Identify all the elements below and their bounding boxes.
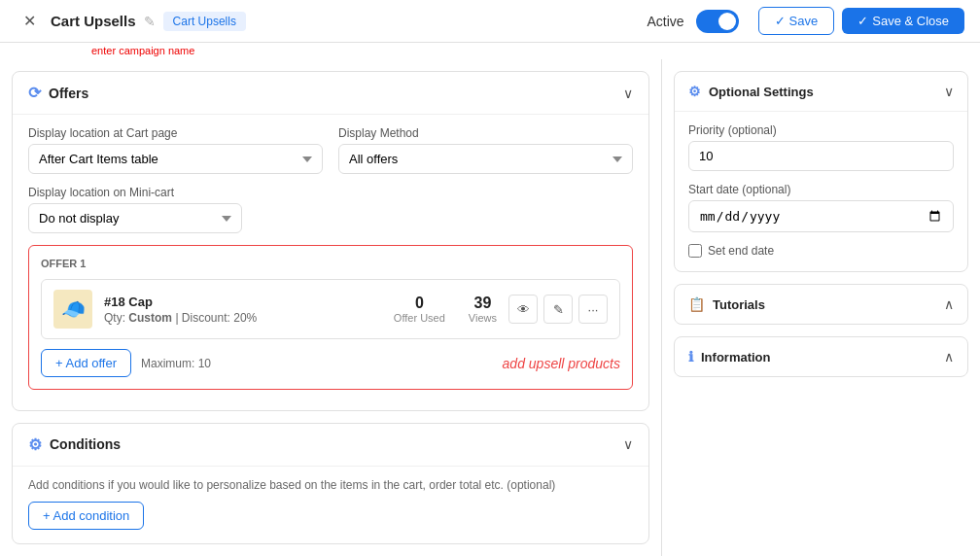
end-date-label: Set end date — [708, 244, 774, 258]
qty-label: Qty: — [104, 311, 125, 325]
offers-title-text: Offers — [49, 86, 88, 101]
end-date-row: Set end date — [688, 244, 954, 258]
tutorials-title: 📋 Tutorials — [688, 296, 765, 312]
optional-settings-chevron — [944, 84, 954, 99]
save-close-icon: ✓ — [858, 14, 868, 28]
tutorials-chevron — [944, 296, 954, 312]
offers-section-header[interactable]: ⟳ Offers — [13, 72, 648, 114]
discount-label: Discount: — [182, 311, 230, 325]
active-toggle[interactable] — [696, 10, 739, 33]
mini-cart-group: Display location on Mini-cart Do not dis… — [28, 186, 633, 233]
optional-settings-title: ⚙ Optional Settings — [688, 84, 814, 99]
optional-settings-header[interactable]: ⚙ Optional Settings — [675, 72, 967, 111]
offer-used-stat: 0 Offer Used — [394, 295, 445, 324]
information-chevron — [944, 349, 954, 365]
qty-value: Custom — [128, 311, 172, 325]
view-offer-button[interactable]: 👁 — [508, 295, 538, 324]
save-check-icon: ✓ — [775, 14, 786, 28]
information-label: Information — [701, 350, 771, 365]
conditions-description: Add conditions if you would like to pers… — [28, 478, 633, 492]
edit-offer-button[interactable]: ✎ — [543, 295, 573, 324]
offer-meta: Qty: Custom | Discount: 20% — [104, 311, 382, 325]
display-location-group: Display location at Cart page After Cart… — [28, 126, 323, 174]
offer-thumbnail: 🧢 — [53, 290, 92, 329]
offer-item: 🧢 #18 Cap Qty: Custom | Discount: 20% — [41, 279, 620, 339]
tutorials-icon: 📋 — [688, 296, 705, 312]
offer-footer-left: + Add offer Maximum: 10 — [41, 349, 211, 377]
toggle-slider — [696, 10, 739, 33]
save-close-label: Save & Close — [872, 14, 949, 28]
priority-label: Priority (optional) — [688, 123, 954, 137]
right-panel: ⚙ Optional Settings Priority (optional) … — [661, 59, 980, 556]
optional-settings-body: Priority (optional) Start date (optional… — [675, 111, 967, 271]
priority-group: Priority (optional) — [688, 123, 954, 171]
upsell-hint: add upsell products — [503, 356, 620, 371]
offers-icon: ⟳ — [28, 84, 41, 102]
display-method-label: Display Method — [338, 126, 633, 140]
conditions-section: ⚙ Conditions Add conditions if you would… — [12, 423, 649, 544]
display-location-label: Display location at Cart page — [28, 126, 323, 140]
add-offer-button[interactable]: + Add offer — [41, 349, 131, 377]
offer-label: OFFER 1 — [41, 258, 620, 269]
conditions-icon: ⚙ — [28, 435, 42, 454]
header-title: Cart Upsells — [51, 13, 136, 29]
campaign-badge[interactable]: Cart Upsells — [163, 12, 246, 31]
offer-used-label: Offer Used — [394, 312, 445, 324]
display-method-group: Display Method All offers — [338, 126, 633, 174]
views-label: Views — [469, 312, 497, 324]
edit-icon[interactable]: ✎ — [144, 14, 156, 29]
tutorials-section: 📋 Tutorials — [674, 284, 968, 325]
add-condition-button[interactable]: + Add condition — [28, 502, 144, 530]
start-date-label: Start date (optional) — [688, 183, 954, 196]
discount-value: 20% — [233, 311, 257, 325]
offer-name: #18 Cap — [104, 295, 382, 309]
tutorials-label: Tutorials — [713, 297, 765, 312]
mini-cart-row: Display location on Mini-cart Do not dis… — [28, 186, 633, 233]
conditions-title-text: Conditions — [50, 436, 121, 452]
information-header[interactable]: ℹ Information — [675, 337, 967, 376]
app-header: ✕ Cart Upsells ✎ Cart Upsells Active ✓ S… — [0, 0, 980, 43]
start-date-input[interactable] — [688, 200, 954, 232]
active-label: Active — [647, 14, 683, 29]
offer-stats: 0 Offer Used 39 Views — [394, 295, 497, 324]
optional-settings-label: Optional Settings — [709, 85, 814, 99]
save-label: Save — [789, 14, 819, 28]
conditions-body: Add conditions if you would like to pers… — [13, 466, 648, 544]
priority-input[interactable] — [688, 141, 954, 171]
offer-box: OFFER 1 🧢 #18 Cap Qty: Custom | Discount… — [28, 245, 633, 390]
views-value: 39 — [469, 295, 497, 312]
save-close-button[interactable]: ✓ Save & Close — [842, 8, 964, 34]
conditions-section-header[interactable]: ⚙ Conditions — [13, 424, 648, 466]
display-location-row: Display location at Cart page After Cart… — [28, 126, 633, 174]
close-button[interactable]: ✕ — [16, 8, 43, 35]
display-method-select[interactable]: All offers — [338, 144, 633, 174]
offer-actions: 👁 ✎ ··· — [508, 295, 608, 324]
conditions-chevron — [623, 436, 633, 452]
offers-body: Display location at Cart page After Cart… — [13, 114, 648, 411]
offer-info: #18 Cap Qty: Custom | Discount: 20% — [104, 295, 382, 325]
offer-used-value: 0 — [394, 295, 445, 312]
left-panel: ⟳ Offers Display location at Cart page A… — [0, 59, 661, 556]
information-title: ℹ Information — [688, 349, 771, 365]
conditions-title: ⚙ Conditions — [28, 435, 121, 454]
offers-chevron — [623, 86, 633, 101]
start-date-group: Start date (optional) — [688, 183, 954, 232]
save-button[interactable]: ✓ Save — [758, 7, 835, 35]
information-section: ℹ Information — [674, 336, 968, 377]
campaign-name-hint: enter campaign name — [91, 45, 194, 56]
main-content: ⟳ Offers Display location at Cart page A… — [0, 59, 980, 556]
views-stat: 39 Views — [469, 295, 497, 324]
mini-cart-label: Display location on Mini-cart — [28, 186, 633, 199]
optional-settings-section: ⚙ Optional Settings Priority (optional) … — [674, 71, 968, 272]
tutorials-header[interactable]: 📋 Tutorials — [675, 285, 967, 324]
max-label: Maximum: 10 — [141, 357, 211, 370]
more-offer-button[interactable]: ··· — [578, 295, 608, 324]
end-date-checkbox[interactable] — [688, 244, 702, 258]
offer-footer: + Add offer Maximum: 10 add upsell produ… — [41, 349, 620, 377]
mini-cart-select[interactable]: Do not display — [28, 203, 242, 233]
offers-section: ⟳ Offers Display location at Cart page A… — [12, 71, 649, 411]
information-icon: ℹ — [688, 349, 693, 365]
display-location-select[interactable]: After Cart Items table — [28, 144, 323, 174]
offers-title: ⟳ Offers — [28, 84, 88, 102]
settings-icon: ⚙ — [688, 84, 701, 99]
